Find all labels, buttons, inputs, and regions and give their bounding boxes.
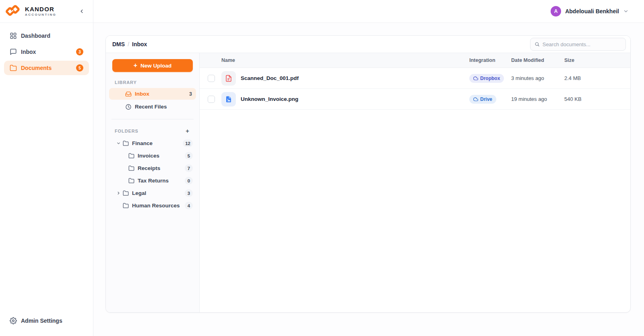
brand-text: KANDOR ACCOUNTING [25,6,56,16]
folder-item-legal[interactable]: Legal 3 [109,187,196,199]
dms-card: DMS / Inbox + New Upload [105,35,631,313]
admin-settings-label: Admin Settings [21,318,62,324]
folders-section-label: FOLDERS + [109,127,196,134]
app-root: KANDOR ACCOUNTING Dashboard Inbox 3 [0,0,644,336]
add-folder-button[interactable]: + [185,127,190,134]
sidebar-item-label: Documents [21,65,52,71]
file-name-cell: Scanned_Doc_001.pdf [221,71,469,86]
folder-count: 4 [185,202,193,209]
inbox-count-badge: 3 [76,48,83,55]
folder-count: 0 [185,177,193,184]
search-box [530,38,626,51]
folder-label: Finance [132,140,153,146]
new-upload-button[interactable]: + New Upload [112,59,193,72]
admin-settings-button[interactable]: Admin Settings [4,313,89,328]
sidebar-item-documents[interactable]: Documents 5 [4,61,89,75]
sidebar-item-dashboard[interactable]: Dashboard [4,29,89,43]
size-cell: 2.4 MB [564,75,621,81]
main-area: A Abdelouali Benkheil DMS / Inbox [93,0,644,336]
sidebar-item-label: Dashboard [21,33,50,39]
folder-icon [123,203,129,209]
card-header: DMS / Inbox [106,36,630,53]
folder-item-finance[interactable]: Finance 12 [109,137,196,149]
dashboard-grid-icon [10,32,17,39]
folder-icon [128,178,135,184]
folder-label: Tax Returns [138,178,169,184]
chat-bubble-icon [10,48,17,55]
folder-label: Receipts [138,165,160,171]
sidebar-item-inbox[interactable]: Inbox 3 [4,45,89,59]
size-cell: 540 KB [564,96,621,102]
library-item-label: Recent Files [135,104,167,110]
column-header-date-modified[interactable]: Date Modified [511,57,564,63]
sidebar-nav: Dashboard Inbox 3 Documents 5 [0,23,93,75]
file-name[interactable]: Scanned_Doc_001.pdf [241,75,299,81]
folder-item-human-resources[interactable]: Human Resources 4 [109,200,196,211]
image-file-glyph [225,96,232,103]
brand-name: KANDOR [25,6,56,12]
integration-label: Dropbox [480,76,500,81]
gear-icon [10,317,17,324]
search-input[interactable] [543,41,621,47]
sidebar-item-label: Inbox [21,49,36,55]
search-icon [535,41,540,47]
sidebar-footer: Admin Settings [0,313,93,336]
folder-icon [123,190,129,196]
chevron-left-icon [79,8,85,14]
new-upload-label: New Upload [140,63,171,69]
folder-label: Invoices [138,153,159,159]
inbox-tray-icon [125,91,132,97]
chevron-down-icon [623,8,629,14]
cloud-icon [473,97,478,102]
folder-item-invoices[interactable]: Invoices 5 [109,150,196,162]
sidebar-collapse-button[interactable] [77,6,87,16]
row-checkbox[interactable] [208,96,215,103]
table-row[interactable]: Unknown_Invoice.png Drive 19 minutes ago… [200,89,630,110]
date-modified-cell: 3 minutes ago [511,75,564,81]
breadcrumb-inbox[interactable]: Inbox [132,41,147,47]
file-name-cell: Unknown_Invoice.png [221,92,469,107]
integration-badge-dropbox: Dropbox [469,74,504,83]
folder-count: 12 [183,139,193,147]
folder-count: 7 [185,164,193,172]
file-table: Name Integration Date Modified Size [200,53,630,312]
folder-item-tax-returns[interactable]: Tax Returns 0 [109,175,196,186]
plus-icon: + [134,62,137,69]
documents-panel: + New Upload LIBRARY Inbox 3 [106,53,200,312]
chevron-right-icon[interactable] [116,191,123,195]
cloud-icon [473,76,478,81]
user-menu[interactable]: A Abdelouali Benkheil [551,6,629,16]
avatar: A [551,6,561,16]
image-file-icon [221,92,236,107]
brand-logo: KANDOR ACCOUNTING [6,4,56,18]
table-header-row: Name Integration Date Modified Size [200,53,630,68]
library-inbox-count: 3 [189,91,192,97]
panel-divider [111,119,194,119]
chevron-down-icon[interactable] [116,141,123,145]
folder-count: 5 [185,152,193,160]
folder-item-receipts[interactable]: Receipts 7 [109,162,196,174]
breadcrumb-dms[interactable]: DMS [112,41,125,47]
date-modified-cell: 19 minutes ago [511,96,564,102]
integration-badge-drive: Drive [469,95,496,104]
library-item-label: Inbox [135,91,149,97]
column-header-name[interactable]: Name [221,57,469,63]
library-item-recent-files[interactable]: Recent Files [109,101,196,113]
documents-count-badge: 5 [76,64,83,72]
brand-tagline: ACCOUNTING [25,13,56,16]
column-header-size[interactable]: Size [564,57,621,63]
column-header-integration[interactable]: Integration [469,57,511,63]
user-name: Abdelouali Benkheil [565,8,619,14]
topbar: A Abdelouali Benkheil [93,0,644,23]
card-body: + New Upload LIBRARY Inbox 3 [106,53,630,312]
folder-icon [10,64,17,72]
breadcrumb: DMS / Inbox [112,41,147,47]
file-name[interactable]: Unknown_Invoice.png [241,96,298,102]
kandor-logo-icon [6,4,22,18]
row-checkbox[interactable] [208,75,215,82]
library-section-label: LIBRARY [109,80,196,85]
folder-icon [128,165,135,171]
table-row[interactable]: Scanned_Doc_001.pdf Dropbox 3 minutes ag… [200,68,630,89]
library-item-inbox[interactable]: Inbox 3 [109,88,196,100]
content: DMS / Inbox + New Upload [93,23,644,336]
